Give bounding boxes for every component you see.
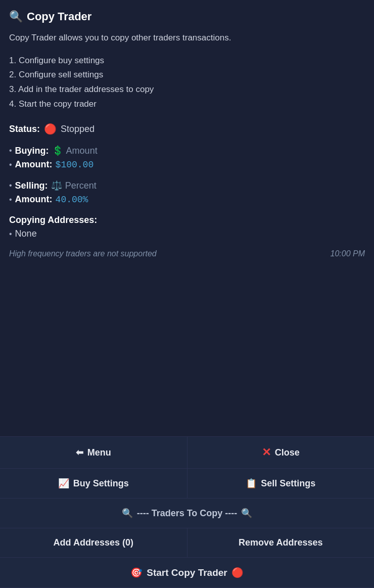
title-text: Copy Trader: [27, 10, 91, 23]
remove-addresses-label: Remove Addresses: [239, 537, 322, 548]
addresses-none: None: [15, 229, 37, 239]
row-buy-sell: 📈 Buy Settings 📋 Sell Settings: [0, 469, 374, 499]
bullet-buying: •: [9, 146, 12, 155]
footer-note-text: High frequency traders are not supported: [9, 249, 157, 258]
close-icon: ✕: [262, 446, 271, 459]
status-row: Status: 🔴 Stopped: [9, 123, 365, 135]
add-addresses-label: Add Addresses (0): [54, 537, 133, 548]
buying-section: • Buying: 💲 Amount • Amount: $100.00: [9, 145, 365, 170]
bullet-buying-amount: •: [9, 160, 12, 169]
content-area: 🔍 Copy Trader Copy Trader allows you to …: [0, 0, 374, 436]
buttons-area: ⬅ Menu ✕ Close 📈 Buy Settings 📋 Sell Set…: [0, 436, 374, 588]
steps-list: 1. Configure buy settings 2. Configure s…: [9, 54, 365, 112]
selling-section: • Selling: ⚖️ Percent • Amount: 40.00%: [9, 180, 365, 205]
traders-left-icon: 🔍: [122, 508, 133, 519]
traders-to-copy-button[interactable]: 🔍 ---- Traders To Copy ---- 🔍: [0, 499, 374, 528]
traders-right-icon: 🔍: [241, 508, 252, 519]
sell-settings-icon: 📋: [246, 478, 257, 489]
selling-icon: ⚖️: [51, 180, 62, 191]
step-1: 1. Configure buy settings: [9, 54, 365, 68]
selling-amount-value: 40.00%: [56, 195, 88, 205]
start-dot: 🔴: [231, 567, 244, 578]
status-text: Stopped: [61, 124, 95, 134]
sell-settings-button[interactable]: 📋 Sell Settings: [188, 469, 375, 498]
buy-settings-label: Buy Settings: [73, 478, 129, 489]
buy-settings-icon: 📈: [58, 478, 69, 489]
status-label: Status:: [9, 124, 40, 134]
selling-mode: Percent: [65, 180, 97, 191]
addresses-section: Copying Addresses: • None: [9, 215, 365, 239]
remove-addresses-button[interactable]: Remove Addresses: [188, 528, 375, 557]
selling-mode-row: • Selling: ⚖️ Percent: [9, 180, 365, 191]
buying-mode-row: • Buying: 💲 Amount: [9, 145, 365, 156]
row-menu-close: ⬅ Menu ✕ Close: [0, 437, 374, 469]
add-addresses-button[interactable]: Add Addresses (0): [0, 528, 188, 557]
addresses-item: • None: [9, 229, 365, 239]
selling-key: Selling:: [15, 180, 48, 191]
step-2: 2. Configure sell settings: [9, 68, 365, 82]
status-dot-icon: 🔴: [44, 123, 57, 135]
selling-amount-key: Amount:: [15, 194, 53, 205]
main-container: 🔍 Copy Trader Copy Trader allows you to …: [0, 0, 374, 588]
row-start: 🎯 Start Copy Trader 🔴: [0, 558, 374, 588]
start-label: Start Copy Trader: [147, 567, 227, 578]
buy-settings-button[interactable]: 📈 Buy Settings: [0, 469, 188, 498]
selling-amount-row: • Amount: 40.00%: [9, 194, 365, 205]
close-label: Close: [275, 447, 300, 458]
addresses-title: Copying Addresses:: [9, 215, 365, 225]
close-button[interactable]: ✕ Close: [188, 437, 375, 468]
buying-amount-row: • Amount: $100.00: [9, 159, 365, 170]
footer-area: High frequency traders are not supported…: [9, 249, 365, 258]
step-4: 4. Start the copy trader: [9, 97, 365, 112]
traders-label: ---- Traders To Copy ----: [137, 508, 238, 519]
bullet-address: •: [9, 230, 12, 239]
title-icon: 🔍: [9, 10, 23, 23]
buying-amount-key: Amount:: [15, 159, 53, 170]
buying-amount-value: $100.00: [56, 160, 94, 170]
step-3: 3. Add in the trader addresses to copy: [9, 82, 365, 97]
buying-mode: Amount: [66, 146, 98, 156]
menu-label: Menu: [87, 447, 111, 458]
bullet-selling: •: [9, 181, 12, 190]
start-icon: 🎯: [130, 567, 143, 578]
sell-settings-label: Sell Settings: [261, 478, 315, 489]
page-title: 🔍 Copy Trader: [9, 10, 365, 23]
buying-icon: 💲: [52, 145, 63, 156]
back-icon: ⬅: [76, 447, 83, 458]
timestamp: 10:00 PM: [331, 249, 365, 258]
row-addresses: Add Addresses (0) Remove Addresses: [0, 528, 374, 558]
buying-key: Buying:: [15, 146, 49, 156]
bullet-selling-amount: •: [9, 195, 12, 204]
menu-button[interactable]: ⬅ Menu: [0, 437, 188, 468]
start-copy-trader-button[interactable]: 🎯 Start Copy Trader 🔴: [0, 558, 374, 587]
description-text: Copy Trader allows you to copy other tra…: [9, 31, 365, 44]
row-traders-label: 🔍 ---- Traders To Copy ---- 🔍: [0, 499, 374, 528]
